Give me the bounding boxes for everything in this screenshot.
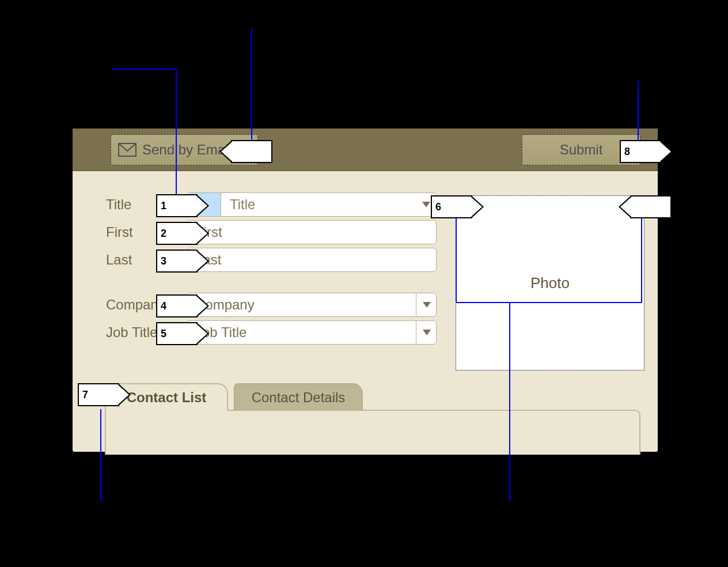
company-combobox[interactable]: Company bbox=[187, 293, 437, 317]
tab-contact-list-label: Contact List bbox=[127, 390, 207, 406]
chevron-down-icon bbox=[423, 302, 431, 308]
chevron-down-icon bbox=[422, 202, 430, 207]
tab-contact-details[interactable]: Contact Details bbox=[234, 383, 363, 411]
send-by-email-label: Send by Email bbox=[142, 142, 232, 158]
toolbar: Send by Email Submit bbox=[73, 128, 658, 171]
tab-panel bbox=[105, 410, 640, 455]
tab-contact-details-label: Contact Details bbox=[252, 390, 346, 406]
envelope-icon bbox=[118, 143, 136, 157]
last-name-input[interactable]: Last bbox=[187, 248, 437, 272]
tabs: Contact Details Contact List bbox=[105, 383, 640, 441]
callout-marker-6: 6 bbox=[431, 195, 472, 218]
photo-placeholder[interactable]: Photo bbox=[456, 195, 644, 371]
callout-marker-email bbox=[231, 140, 272, 163]
callout-marker-photo-right bbox=[630, 195, 672, 218]
title-dropdown[interactable]: Title bbox=[187, 192, 437, 217]
app-window: Send by Email Submit Title Title First F… bbox=[73, 128, 658, 452]
callout-marker-1: 1 bbox=[156, 194, 198, 217]
title-placeholder: Title bbox=[230, 196, 255, 213]
photo-label: Photo bbox=[530, 274, 570, 292]
submit-label: Submit bbox=[560, 142, 603, 158]
callout-marker-4: 4 bbox=[156, 294, 198, 317]
company-dropdown-toggle[interactable] bbox=[416, 293, 436, 316]
chevron-down-icon bbox=[423, 330, 431, 335]
jobtitle-combobox[interactable]: Job Title bbox=[187, 320, 437, 345]
callout-marker-8: 8 bbox=[620, 140, 661, 163]
callout-marker-2: 2 bbox=[156, 222, 198, 245]
callout-marker-7: 7 bbox=[78, 383, 119, 406]
first-name-input[interactable]: First bbox=[187, 220, 437, 244]
callout-marker-3: 3 bbox=[156, 250, 198, 273]
jobtitle-dropdown-toggle[interactable] bbox=[416, 321, 436, 344]
callout-marker-5: 5 bbox=[156, 322, 198, 345]
